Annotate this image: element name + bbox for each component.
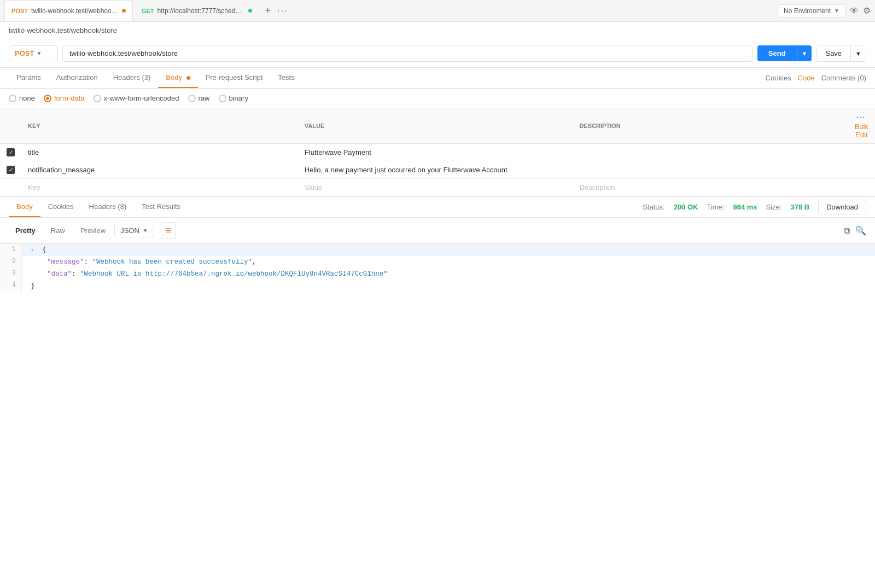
view-tab-pretty[interactable]: Pretty: [9, 224, 42, 237]
code-line-3: 3 "data": "Webhook URL is http://764b5ea…: [0, 268, 875, 280]
eye-icon[interactable]: 👁: [850, 6, 859, 16]
json-format-select[interactable]: JSON ▼: [114, 224, 154, 237]
send-button-group: Send ▼: [757, 45, 812, 61]
copy-icon[interactable]: ⧉: [844, 226, 850, 236]
method-arrow-icon: ▼: [36, 50, 42, 56]
line-content-2: "message": "Webhook has been created suc…: [22, 256, 875, 268]
option-urlencoded[interactable]: x-www-form-urlencoded: [94, 94, 179, 102]
comments-link[interactable]: Comments (0): [821, 74, 866, 82]
more-tabs-button[interactable]: ···: [277, 6, 288, 16]
tabs-bar: POST twilio-webhook.test/webhook/s GET h…: [0, 0, 875, 22]
row1-value[interactable]: Flutterwave Payment: [298, 144, 573, 161]
code-link[interactable]: Code: [798, 74, 815, 82]
body-active-dot: [186, 76, 190, 80]
res-test-label: Test Results: [142, 202, 180, 211]
search-response-icon[interactable]: 🔍: [855, 225, 866, 236]
row2-actions: [848, 161, 875, 179]
method-label: POST: [15, 49, 34, 57]
table-more-icon[interactable]: ···: [856, 113, 865, 122]
tab-tests[interactable]: Tests: [270, 68, 302, 88]
tab-authorization[interactable]: Authorization: [49, 68, 106, 88]
add-tab-button[interactable]: +: [261, 3, 276, 19]
body-options: none form-data x-www-form-urlencoded raw…: [0, 89, 875, 108]
response-section: Body Cookies Headers (8) Test Results St…: [0, 196, 875, 292]
option-form-data[interactable]: form-data: [44, 94, 85, 102]
tab-params[interactable]: Params: [9, 68, 49, 88]
none-label: none: [19, 94, 35, 102]
size-value: 378 B: [790, 203, 809, 211]
row2-key[interactable]: notification_message: [21, 161, 298, 179]
option-raw[interactable]: raw: [188, 94, 210, 102]
breadcrumb-text: twilio-webhook.test/webhook/store: [9, 26, 117, 34]
res-headers-label: Headers (8): [89, 202, 127, 211]
view-tab-raw[interactable]: Raw: [44, 224, 72, 237]
tab-pre-request[interactable]: Pre-request Script: [198, 68, 271, 88]
cookies-link[interactable]: Cookies: [766, 74, 791, 82]
wrap-icon[interactable]: ≡: [161, 222, 177, 239]
tab1-dot: [122, 9, 126, 13]
urlencoded-radio[interactable]: [94, 95, 101, 102]
col-value-header: VALUE: [298, 108, 573, 144]
placeholder-desc[interactable]: Description: [573, 179, 848, 196]
binary-label: binary: [229, 94, 248, 102]
save-button[interactable]: Save: [816, 45, 850, 62]
binary-radio[interactable]: [219, 95, 226, 102]
tab2-dot: [248, 9, 252, 13]
tab-headers-label: Headers (3): [113, 73, 151, 81]
res-cookies-label: Cookies: [48, 202, 74, 211]
download-button[interactable]: Download: [818, 200, 866, 214]
send-button[interactable]: Send: [757, 45, 797, 61]
method-select[interactable]: POST ▼: [9, 45, 58, 61]
size-label: Size:: [766, 203, 782, 211]
line-num-2: 2: [0, 256, 22, 268]
res-tab-headers[interactable]: Headers (8): [81, 197, 135, 217]
res-tab-cookies[interactable]: Cookies: [40, 197, 81, 217]
environment-select[interactable]: No Environment ▼: [778, 4, 845, 18]
bulk-edit-button[interactable]: Bulk Edit: [855, 123, 868, 139]
form-data-label: form-data: [54, 94, 85, 102]
table-row: title Flutterwave Payment: [0, 144, 875, 161]
status-label: Status:: [643, 203, 664, 211]
url-input[interactable]: [62, 45, 753, 62]
res-tab-test-results[interactable]: Test Results: [134, 197, 188, 217]
raw-radio[interactable]: [188, 95, 196, 102]
tab-params-label: Params: [16, 73, 41, 81]
row1-checkbox[interactable]: [7, 148, 15, 156]
preview-label: Preview: [80, 226, 106, 235]
form-data-radio[interactable]: [44, 95, 51, 102]
settings-icon[interactable]: ⚙: [863, 5, 871, 16]
row1-description[interactable]: [573, 144, 848, 161]
tab-2[interactable]: GET http://localhost:7777/schedule/e: [135, 0, 259, 21]
row2-checkbox[interactable]: [7, 166, 15, 174]
col-desc-header: DESCRIPTION: [573, 108, 848, 144]
placeholder-key[interactable]: Key: [21, 179, 298, 196]
send-dropdown-button[interactable]: ▼: [797, 45, 812, 61]
col-actions-header: ··· Bulk Edit: [848, 108, 875, 144]
tab-headers[interactable]: Headers (3): [106, 68, 159, 88]
code-line-4: 4 }: [0, 280, 875, 292]
tab-prerequest-label: Pre-request Script: [206, 73, 263, 81]
tab-body[interactable]: Body: [158, 68, 197, 88]
row1-key[interactable]: title: [21, 144, 298, 161]
response-view-tabs: Pretty Raw Preview JSON ▼ ≡ ⧉ 🔍: [0, 218, 875, 244]
view-tab-preview[interactable]: Preview: [74, 224, 112, 237]
tab-1[interactable]: POST twilio-webhook.test/webhook/s: [4, 0, 133, 21]
save-dropdown-button[interactable]: ▼: [850, 45, 866, 62]
line-num-3: 3: [0, 268, 22, 280]
collapse-arrow-icon[interactable]: ▾: [31, 246, 38, 255]
json-arrow-icon: ▼: [143, 228, 148, 234]
row2-description[interactable]: [573, 161, 848, 179]
json-format-label: JSON: [120, 226, 139, 235]
none-radio[interactable]: [9, 95, 16, 102]
col-key-header: KEY: [21, 108, 298, 144]
placeholder-value[interactable]: Value: [298, 179, 573, 196]
line-content-3: "data": "Webhook URL is http://764b5ea7.…: [22, 268, 875, 280]
line-content-1: ▾ {: [22, 244, 875, 256]
option-none[interactable]: none: [9, 94, 35, 102]
response-tabs-bar: Body Cookies Headers (8) Test Results St…: [0, 197, 875, 218]
option-binary[interactable]: binary: [219, 94, 248, 102]
row2-value[interactable]: Hello, a new payment just occurred on yo…: [298, 161, 573, 179]
placeholder-row: Key Value Description: [0, 179, 875, 196]
res-tab-body[interactable]: Body: [9, 197, 40, 217]
response-status: Status: 200 OK Time: 864 ms Size: 378 B …: [643, 200, 866, 214]
